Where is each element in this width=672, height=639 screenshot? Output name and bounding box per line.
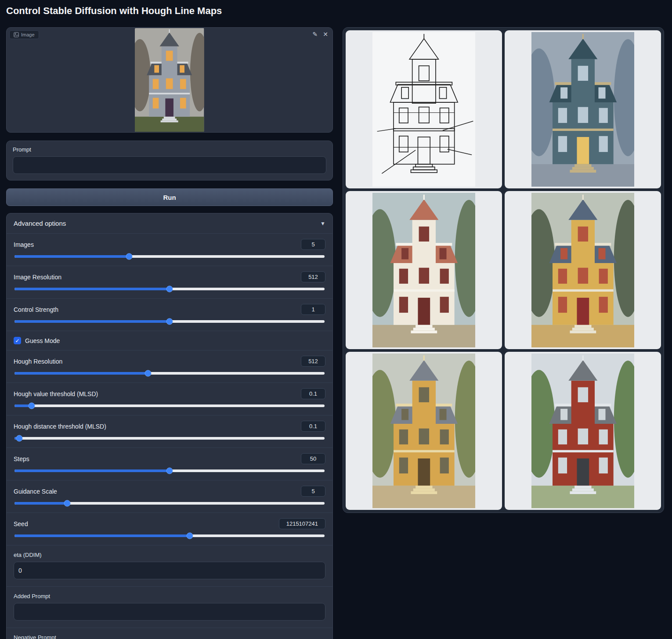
input-image-panel[interactable]: Image ✎ ✕ <box>6 27 333 133</box>
advanced-options-panel: Advanced options ▼ Images 5 Image Resolu… <box>6 213 333 639</box>
slider-fill <box>14 502 67 505</box>
slider-handle[interactable] <box>64 500 71 507</box>
slider-label-hough-distance-threshold: Hough distance threshold (MLSD) <box>14 423 106 430</box>
slider-fill <box>14 288 170 290</box>
slider-row-hough-value-threshold: Hough value threshold (MLSD) 0.1 <box>7 383 332 415</box>
slider-track-guidance-scale[interactable] <box>14 502 325 505</box>
negative-prompt-label: Negative Prompt <box>14 634 325 639</box>
slider-track-image-resolution[interactable] <box>14 288 325 290</box>
app-root: Control Stable Diffusion with Hough Line… <box>0 0 672 639</box>
collapse-caret-icon: ▼ <box>320 220 325 227</box>
slider-track-seed[interactable] <box>14 534 325 537</box>
slider-row-image-resolution: Image Resolution 512 <box>7 266 332 298</box>
slider-handle[interactable] <box>166 468 173 474</box>
slider-label-hough-resolution: Hough Resolution <box>14 358 62 365</box>
image-label: Image <box>21 32 35 37</box>
slider-row-images: Images 5 <box>7 233 332 266</box>
slider-track-steps[interactable] <box>14 469 325 472</box>
slider-value-image-resolution[interactable]: 512 <box>301 271 325 282</box>
negative-prompt-row: Negative Prompt <box>7 628 332 639</box>
slider-track-hough-distance-threshold[interactable] <box>14 437 325 440</box>
slider-track-images[interactable] <box>14 255 325 258</box>
prompt-panel: Prompt <box>6 141 333 181</box>
slider-label-image-resolution: Image Resolution <box>14 274 61 281</box>
guess-mode-checkbox[interactable]: ✓ <box>14 337 21 344</box>
run-button[interactable]: Run <box>6 188 333 206</box>
gallery-item-generated-white-house[interactable] <box>346 191 502 349</box>
guess-mode-label: Guess Mode <box>25 337 60 344</box>
clear-image-icon[interactable]: ✕ <box>323 31 328 37</box>
gallery-item-generated-blue-house[interactable] <box>505 30 661 188</box>
added-prompt-input[interactable] <box>14 603 325 621</box>
slider-row-control-strength: Control Strength 1 <box>7 298 332 331</box>
slider-track-control-strength[interactable] <box>14 320 325 323</box>
gallery-item-generated-yellow-blue-house[interactable] <box>505 191 661 349</box>
gallery-item-generated-red-brick-house[interactable] <box>505 352 661 510</box>
added-prompt-row: Added Prompt <box>7 586 332 628</box>
prompt-label: Prompt <box>13 146 326 153</box>
slider-label-guidance-scale: Guidance Scale <box>14 488 57 495</box>
guess-mode-row[interactable]: ✓ Guess Mode <box>7 331 332 350</box>
added-prompt-label: Added Prompt <box>14 593 325 599</box>
slider-track-hough-value-threshold[interactable] <box>14 404 325 407</box>
slider-handle[interactable] <box>166 318 173 325</box>
slider-row-hough-distance-threshold: Hough distance threshold (MLSD) 0.1 <box>7 415 332 448</box>
page-title: Control Stable Diffusion with Hough Line… <box>6 5 222 17</box>
result-gallery <box>343 27 664 513</box>
edit-image-icon[interactable]: ✎ <box>313 31 318 37</box>
slider-value-seed[interactable]: 1215107241 <box>279 518 325 529</box>
slider-fill <box>14 534 190 537</box>
slider-value-control-strength[interactable]: 1 <box>301 304 325 315</box>
slider-fill <box>14 255 129 258</box>
slider-handle[interactable] <box>186 533 193 539</box>
controls-column: Image ✎ ✕ Prompt Run Advanced options ▼ … <box>6 27 333 639</box>
slider-handle[interactable] <box>28 403 35 409</box>
slider-handle[interactable] <box>166 286 173 292</box>
slider-label-hough-value-threshold: Hough value threshold (MLSD) <box>14 390 98 397</box>
slider-row-guidance-scale: Guidance Scale 5 <box>7 480 332 513</box>
slider-label-seed: Seed <box>14 520 28 527</box>
slider-value-guidance-scale[interactable]: 5 <box>301 486 325 497</box>
slider-handle[interactable] <box>126 253 133 260</box>
eta-input[interactable] <box>14 562 325 579</box>
image-icon <box>14 32 19 37</box>
slider-fill <box>14 320 170 323</box>
input-image-preview[interactable] <box>135 28 204 132</box>
slider-track-hough-resolution[interactable] <box>14 372 325 375</box>
slider-value-hough-value-threshold[interactable]: 0.1 <box>301 388 325 399</box>
slider-label-control-strength: Control Strength <box>14 306 58 313</box>
slider-row-steps: Steps 50 <box>7 448 332 480</box>
slider-row-hough-resolution: Hough Resolution 512 <box>7 350 332 383</box>
image-actions: ✎ ✕ <box>313 31 328 37</box>
slider-fill <box>14 372 148 375</box>
slider-value-hough-distance-threshold[interactable]: 0.1 <box>301 421 325 432</box>
advanced-options-header[interactable]: Advanced options ▼ <box>7 213 332 233</box>
prompt-input[interactable] <box>13 156 326 174</box>
slider-handle[interactable] <box>145 370 151 377</box>
slider-value-hough-resolution[interactable]: 512 <box>301 356 325 367</box>
slider-row-seed: Seed 1215107241 <box>7 513 332 545</box>
gallery-item-generated-gold-house[interactable] <box>346 352 502 510</box>
eta-label: eta (DDIM) <box>14 552 325 558</box>
slider-label-steps: Steps <box>14 455 29 462</box>
advanced-options-title: Advanced options <box>14 220 66 227</box>
eta-row: eta (DDIM) <box>7 545 332 586</box>
image-label-tab: Image <box>9 30 39 39</box>
gallery-item-hough-line-map[interactable] <box>346 30 502 188</box>
slider-fill <box>14 469 170 472</box>
slider-value-steps[interactable]: 50 <box>301 453 325 464</box>
slider-label-images: Images <box>14 241 34 248</box>
slider-value-images[interactable]: 5 <box>301 239 325 250</box>
slider-handle[interactable] <box>16 435 23 442</box>
